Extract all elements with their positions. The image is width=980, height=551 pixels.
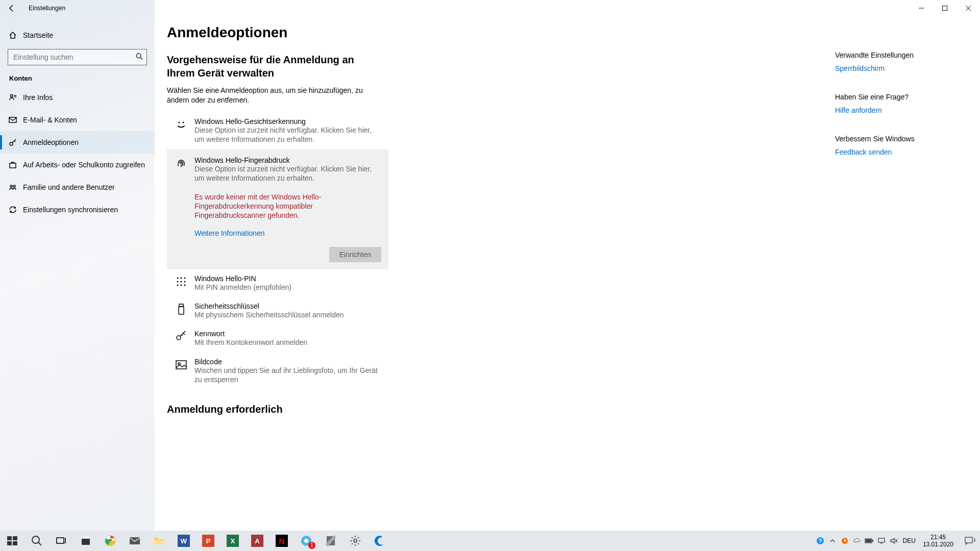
clock[interactable]: 21:45 13.01.2020 — [919, 534, 958, 548]
option-title: Windows Hello-Gesichtserkennung — [194, 117, 381, 126]
picture-icon — [174, 358, 188, 371]
sidebar-item-email[interactable]: E-Mail- & Konten — [0, 109, 155, 131]
close-button[interactable] — [957, 0, 980, 16]
search-input[interactable] — [8, 49, 147, 65]
svg-rect-56 — [965, 537, 972, 543]
option-security-key[interactable]: Sicherheitsschlüssel Mit physischem Sich… — [167, 297, 388, 324]
netflix-app-icon[interactable]: N — [270, 531, 294, 551]
svg-point-6 — [11, 95, 13, 97]
category-title: Konten — [0, 65, 155, 86]
sidebar-item-signin-options[interactable]: Anmeldeoptionen — [0, 131, 155, 154]
tray-chevron-icon[interactable] — [826, 531, 839, 551]
mail-app-icon[interactable] — [122, 531, 147, 551]
svg-rect-32 — [7, 541, 12, 545]
svg-rect-9 — [9, 117, 16, 122]
option-desc: Mit Ihrem Kontokennwort anmelden — [194, 338, 381, 347]
svg-point-45 — [354, 539, 357, 542]
section-title: Vorgehensweise für die Anmeldung an Ihre… — [167, 53, 381, 80]
svg-rect-51 — [872, 540, 873, 542]
svg-point-16 — [177, 278, 179, 279]
chrome-app-icon[interactable] — [98, 531, 122, 551]
get-help-link[interactable]: Hilfe anfordern — [835, 106, 942, 114]
word-app-icon[interactable]: W — [172, 531, 196, 551]
more-info-link[interactable]: Weitere Informationen — [194, 229, 264, 237]
powerpoint-app-icon[interactable]: P — [196, 531, 220, 551]
onedrive-tray-icon[interactable] — [851, 531, 863, 551]
option-desc: Mit physischem Sicherheitsschlüssel anme… — [194, 310, 381, 319]
option-desc: Wischen und tippen Sie auf ihr Lieblings… — [194, 366, 381, 384]
title-bar: Einstellungen — [0, 0, 980, 16]
clock-time: 21:45 — [923, 534, 953, 541]
svg-line-5 — [140, 58, 142, 60]
key-icon — [8, 138, 18, 146]
sync-icon — [8, 206, 18, 214]
tray-app-icon[interactable] — [839, 531, 851, 551]
svg-point-12 — [10, 185, 12, 187]
sidebar-item-work-access[interactable]: Auf Arbeits- oder Schulkonto zugreifen — [0, 154, 155, 176]
option-desc: Diese Option ist zurzeit nicht verfügbar… — [194, 164, 381, 183]
back-button[interactable] — [0, 0, 23, 16]
option-title: Windows Hello-Fingerabdruck — [194, 156, 381, 164]
clock-date: 13.01.2020 — [923, 541, 953, 548]
start-button[interactable] — [0, 531, 24, 551]
action-center-button[interactable]: 1 — [958, 536, 980, 545]
option-title: Sicherheitsschlüssel — [194, 302, 381, 310]
svg-point-18 — [184, 278, 186, 279]
edge-app-icon[interactable] — [368, 531, 392, 551]
sidebar-item-label: Anmeldeoptionen — [23, 138, 79, 146]
sidebar-item-family[interactable]: Familie und andere Benutzer — [0, 176, 155, 198]
help-tray-icon[interactable]: ? — [814, 531, 826, 551]
page-title: Anmeldeoptionen — [167, 24, 591, 41]
sidebar-item-your-info[interactable]: Ihre Infos — [0, 86, 155, 109]
svg-point-22 — [177, 285, 179, 286]
window-title: Einstellungen — [29, 5, 65, 12]
battery-tray-icon[interactable] — [863, 531, 875, 551]
option-fingerprint[interactable]: Windows Hello-Fingerabdruck Diese Option… — [167, 149, 388, 269]
option-pin[interactable]: Windows Hello-PIN Mit PIN anmelden (empf… — [167, 269, 388, 297]
svg-rect-41 — [154, 540, 164, 544]
taskbar: W P X A N 1 ? DEU 21:45 13.01.2020 1 — [0, 531, 980, 551]
setup-button[interactable]: Einrichten — [329, 247, 381, 262]
excel-app-icon[interactable]: X — [220, 531, 245, 551]
svg-rect-26 — [179, 307, 184, 314]
option-desc: Mit PIN anmelden (empfohlen) — [194, 283, 381, 292]
face-icon — [174, 117, 188, 131]
sidebar-item-sync[interactable]: Einstellungen synchronisieren — [0, 198, 155, 221]
svg-point-43 — [304, 539, 308, 543]
network-tray-icon[interactable] — [875, 531, 888, 551]
search-button[interactable] — [24, 531, 49, 551]
option-password[interactable]: Kennwort Mit Ihrem Kontokennwort anmelde… — [167, 324, 388, 352]
option-error: Es wurde keiner mit der Windows Hello-Fi… — [194, 192, 381, 220]
notes-app-icon[interactable] — [318, 531, 343, 551]
svg-point-14 — [179, 121, 180, 123]
access-app-icon[interactable]: A — [245, 531, 270, 551]
person-icon — [8, 93, 18, 102]
svg-rect-36 — [57, 538, 64, 543]
option-face[interactable]: Windows Hello-Gesichtserkennung Diese Op… — [167, 112, 388, 149]
option-title: Bildcode — [194, 358, 381, 366]
task-view-button[interactable] — [49, 531, 74, 551]
home-link[interactable]: Startseite — [0, 24, 155, 46]
maximize-button[interactable] — [933, 0, 957, 16]
svg-rect-33 — [13, 541, 17, 545]
language-indicator[interactable]: DEU — [900, 537, 919, 544]
usb-icon — [174, 302, 188, 315]
briefcase-icon — [8, 161, 18, 169]
feedback-link[interactable]: Feedback senden — [835, 148, 942, 156]
svg-text:?: ? — [818, 538, 822, 544]
svg-rect-28 — [176, 361, 186, 369]
svg-line-35 — [38, 542, 41, 545]
svg-point-24 — [184, 285, 186, 286]
store-app-icon[interactable] — [74, 531, 98, 551]
sidebar-item-label: Auf Arbeits- oder Schulkonto zugreifen — [23, 161, 145, 169]
option-title: Kennwort — [194, 330, 381, 338]
settings-app-icon[interactable] — [343, 531, 368, 551]
rail-related-title: Verwandte Einstellungen — [835, 51, 942, 59]
section-desc: Wählen Sie eine Anmeldeoption aus, um si… — [167, 86, 381, 105]
lock-screen-link[interactable]: Sperrbildschirm — [835, 64, 942, 72]
volume-tray-icon[interactable] — [888, 531, 900, 551]
browser-app-icon[interactable]: 1 — [294, 531, 318, 551]
option-picture-password[interactable]: Bildcode Wischen und tippen Sie auf ihr … — [167, 353, 388, 389]
minimize-button[interactable] — [910, 0, 933, 16]
explorer-app-icon[interactable] — [147, 531, 172, 551]
